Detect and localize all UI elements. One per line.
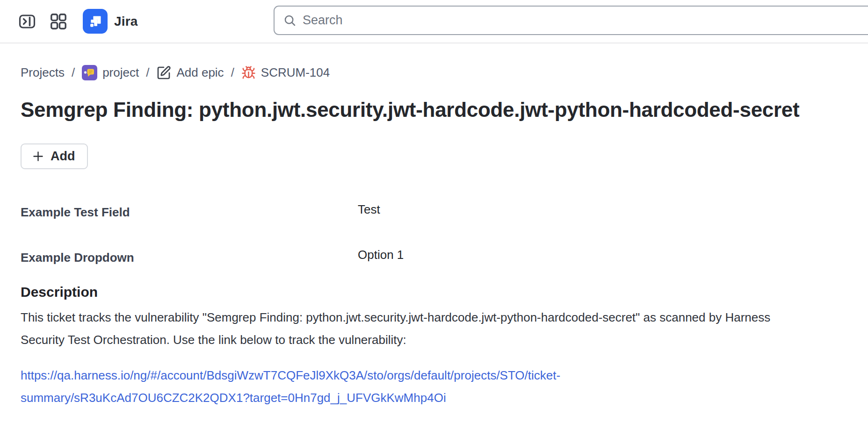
search-icon: [283, 14, 297, 28]
issue-title: Semgrep Finding: python.jwt.security.jwt…: [21, 96, 816, 123]
breadcrumb-add-epic[interactable]: Add epic: [156, 65, 224, 80]
breadcrumb-issue-key-label: SCRUM-104: [261, 65, 330, 80]
field-value[interactable]: Option 1: [358, 247, 868, 262]
add-button-label: Add: [51, 149, 75, 164]
project-avatar-icon: [82, 65, 97, 80]
description-heading: Description: [21, 284, 868, 301]
field-label: Example Dropdown: [21, 250, 358, 265]
top-nav: Jira: [0, 0, 868, 43]
sidebar-toggle-button[interactable]: [18, 12, 36, 31]
breadcrumb-add-epic-label: Add epic: [176, 65, 224, 80]
vulnerability-link[interactable]: https://qa.harness.io/ng/#/account/Bdsgi…: [21, 364, 774, 409]
search-input[interactable]: [303, 7, 868, 34]
description-text: This ticket tracks the vulnerability "Se…: [21, 306, 774, 351]
plus-icon: [32, 150, 44, 163]
custom-fields: Example Test Field Test Example Dropdown…: [21, 205, 868, 265]
jira-brand[interactable]: Jira: [83, 9, 138, 34]
issue-content: Projects / project / Add: [0, 65, 868, 409]
breadcrumb-separator: /: [72, 65, 75, 80]
breadcrumb-separator: /: [231, 65, 234, 80]
breadcrumb-project[interactable]: project: [82, 65, 139, 80]
field-value[interactable]: Test: [358, 202, 868, 217]
breadcrumb: Projects / project / Add: [21, 65, 868, 80]
app-name: Jira: [114, 14, 138, 29]
jira-logo-icon: [83, 9, 108, 34]
add-button[interactable]: Add: [21, 143, 88, 169]
breadcrumb-issue-key[interactable]: SCRUM-104: [241, 65, 330, 80]
breadcrumb-project-label: project: [102, 65, 139, 80]
expand-sidebar-icon: [18, 12, 36, 31]
app-grid-icon: [50, 13, 67, 30]
search-box[interactable]: [274, 6, 868, 35]
breadcrumb-separator: /: [146, 65, 149, 80]
field-row: Example Test Field Test: [21, 205, 868, 220]
field-row: Example Dropdown Option 1: [21, 250, 868, 265]
edit-pencil-icon: [156, 65, 171, 80]
bug-icon: [241, 65, 256, 80]
app-switcher-button[interactable]: [50, 13, 67, 30]
field-label: Example Test Field: [21, 205, 358, 220]
breadcrumb-projects[interactable]: Projects: [21, 65, 65, 80]
